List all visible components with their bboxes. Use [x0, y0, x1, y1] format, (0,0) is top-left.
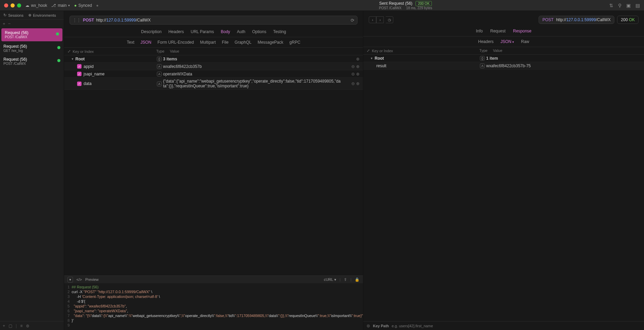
type-string-icon[interactable]: A: [157, 64, 162, 69]
remove-icon[interactable]: ⊖: [351, 72, 355, 76]
root-value: 1 item: [486, 56, 498, 61]
tab-request[interactable]: Request: [490, 29, 506, 33]
remove-icon[interactable]: ⊖: [351, 81, 355, 86]
add-request-button[interactable]: +: [3, 21, 5, 26]
tab-resp-raw[interactable]: Raw: [521, 39, 529, 44]
url-bar[interactable]: ⋮⋮ POST http://127.0.0.1:59999/CallWX ⟳: [70, 16, 357, 25]
tab-multipart[interactable]: Multipart: [200, 40, 216, 45]
expand-icon[interactable]: ⤢: [367, 48, 370, 53]
panel-icon[interactable]: ▤: [635, 3, 640, 8]
value-cell[interactable]: wxafec6f8422cb357b: [163, 64, 351, 69]
add-icon[interactable]: ⊕: [356, 57, 360, 61]
root-key: Root: [375, 56, 384, 61]
tab-headers[interactable]: Headers: [169, 29, 184, 34]
response-url: POST http://127.0.0.1:59999/CallWX: [539, 16, 614, 24]
folder-icon[interactable]: ▢: [9, 324, 12, 328]
branch-selector[interactable]: ⎇ main ▾: [51, 3, 70, 8]
remove-request-button[interactable]: −: [8, 21, 11, 26]
tree-row-root[interactable]: ▾Root {} 3 items ⊕: [64, 55, 363, 63]
tab-file[interactable]: File: [222, 40, 228, 45]
request-item[interactable]: Request (56) POST /CallWX: [0, 55, 64, 68]
tree-row[interactable]: result A wxafec6f8422cb357b-75: [363, 62, 644, 70]
header-type-label: Type: [479, 48, 493, 53]
code-editor[interactable]: 1## Request (56)2curl -X "POST" "http://…: [64, 283, 363, 330]
response-url-host: 127.0.0.1:59999: [566, 17, 596, 22]
tree-row-root[interactable]: ▾Root {} 1 item: [363, 55, 644, 62]
url-input[interactable]: http://127.0.0.1:59999/CallWX: [96, 18, 349, 23]
project-name: wx_hook: [31, 3, 47, 8]
collapse-button[interactable]: ▾: [68, 277, 73, 283]
key-label: jsapi_name: [84, 72, 104, 76]
language-selector[interactable]: cURL ▾: [324, 277, 336, 282]
chevron-down-icon[interactable]: ▾: [72, 57, 73, 61]
checkbox-icon[interactable]: ✓: [77, 72, 82, 76]
tree-row[interactable]: ✓jsapi_name A operateWXData ⊖⊕: [64, 70, 363, 78]
drag-handle-icon[interactable]: ⋮⋮: [73, 18, 81, 23]
body-grid-header: ⤢Key or Index Type Value: [64, 48, 363, 55]
type-string-icon[interactable]: A: [157, 82, 162, 86]
history-prev-button[interactable]: ‹: [369, 16, 376, 23]
chevron-down-icon[interactable]: ▾: [371, 56, 372, 60]
tab-description[interactable]: Description: [141, 29, 162, 34]
fullscreen-window-button[interactable]: [17, 3, 21, 8]
git-icon[interactable]: ⚲: [618, 3, 621, 8]
type-string-icon[interactable]: A: [157, 72, 162, 76]
add-icon[interactable]: +: [3, 324, 5, 328]
sessions-tab[interactable]: ↻ Sessions: [3, 13, 24, 17]
value-cell[interactable]: {"data":{"api_name":"webapi_getuserencry…: [163, 79, 351, 88]
method-selector[interactable]: POST: [83, 18, 94, 23]
tab-info[interactable]: Info: [476, 29, 483, 33]
add-icon[interactable]: ⊕: [356, 64, 360, 69]
environments-label: Environments: [33, 13, 56, 17]
tab-graphql[interactable]: GraphQL: [235, 40, 251, 45]
add-icon[interactable]: ⊕: [356, 81, 360, 86]
header-type-label: Type: [156, 49, 170, 54]
send-button[interactable]: ⟳: [351, 18, 354, 23]
lock-icon[interactable]: 🔒: [355, 277, 360, 282]
export-icon[interactable]: ⇪: [344, 277, 347, 282]
add-icon[interactable]: ⊕: [356, 72, 360, 76]
preview-label: Preview: [85, 277, 99, 282]
minimize-window-button[interactable]: [11, 3, 15, 8]
request-tabs: Description Headers URL Params Body Auth…: [64, 28, 363, 37]
remove-icon[interactable]: ⊖: [351, 64, 355, 69]
target-icon[interactable]: ◎: [367, 324, 370, 328]
toggle-panel-icon[interactable]: ⇅: [609, 3, 613, 8]
tab-options[interactable]: Options: [252, 29, 266, 34]
request-name: Request (56): [5, 30, 59, 35]
response-url-prefix: http://: [556, 17, 566, 22]
tree-row[interactable]: ✓appid A wxafec6f8422cb357b ⊖⊕: [64, 63, 363, 70]
history-button[interactable]: ◷: [386, 16, 393, 23]
checkbox-icon[interactable]: ✓: [77, 64, 82, 69]
keypath-input[interactable]: [392, 324, 641, 328]
header-key-label: Key or Index: [372, 49, 393, 53]
request-item[interactable]: Request (56) POST /CallWX: [1, 28, 62, 41]
close-window-button[interactable]: [4, 3, 8, 8]
tab-resp-json[interactable]: JSON ▾: [500, 39, 514, 44]
tab-grpc[interactable]: gRPC: [290, 40, 301, 45]
tree-row[interactable]: ✓data A {"data":{"api_name":"webapi_getu…: [64, 78, 363, 90]
tab-text[interactable]: Text: [127, 40, 134, 45]
tab-body[interactable]: Body: [221, 29, 230, 34]
tab-url-params[interactable]: URL Params: [191, 29, 214, 34]
value-cell[interactable]: operateWXData: [163, 72, 351, 76]
filter-icon[interactable]: ⊚: [26, 324, 29, 328]
tab-form[interactable]: Form URL-Encoded: [158, 40, 194, 45]
project-selector[interactable]: ☁ wx_hook: [25, 3, 47, 8]
checkbox-icon[interactable]: ✓: [77, 82, 82, 86]
history-next-button[interactable]: ›: [376, 16, 384, 23]
tab-resp-headers[interactable]: Headers: [478, 39, 494, 44]
tab-json[interactable]: JSON: [141, 40, 151, 45]
tab-testing[interactable]: Testing: [273, 29, 286, 34]
request-item[interactable]: Request (56) GET /wx_log: [0, 42, 64, 55]
sort-icon[interactable]: ≡: [20, 324, 23, 328]
expand-icon[interactable]: ⤢: [68, 49, 71, 54]
layout-icon[interactable]: ▣: [626, 3, 631, 8]
request-panel: ⋮⋮ POST http://127.0.0.1:59999/CallWX ⟳ …: [64, 11, 363, 330]
environments-tab[interactable]: ⊕ Environments: [28, 13, 56, 17]
tab-response[interactable]: Response: [513, 29, 531, 33]
type-object-icon[interactable]: {}: [157, 57, 162, 61]
tab-auth[interactable]: Auth: [237, 29, 246, 34]
tab-msgpack[interactable]: MessagePack: [258, 40, 283, 45]
sync-status[interactable]: ● Synced: [74, 3, 92, 8]
